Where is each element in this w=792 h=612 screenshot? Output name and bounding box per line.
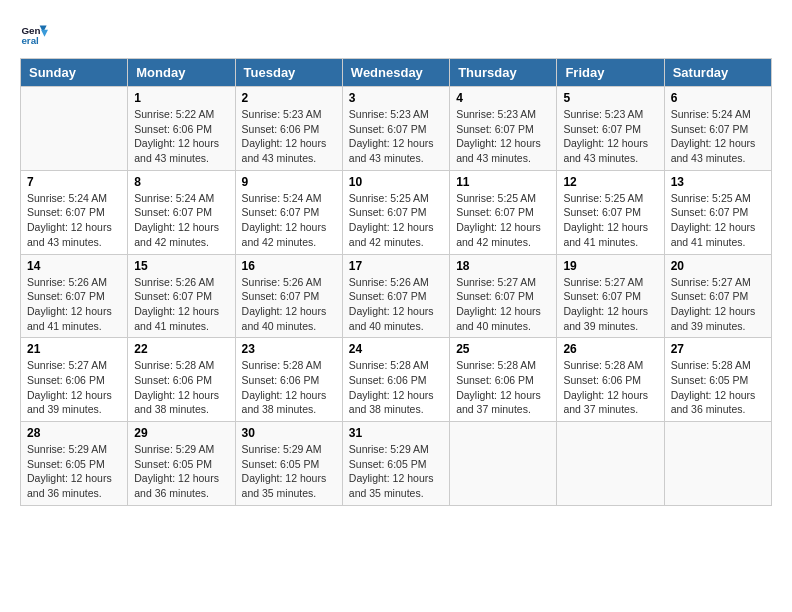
- calendar-table: SundayMondayTuesdayWednesdayThursdayFrid…: [20, 58, 772, 506]
- svg-text:eral: eral: [21, 35, 39, 46]
- day-info: Sunrise: 5:27 AM Sunset: 6:07 PM Dayligh…: [456, 275, 550, 334]
- day-number: 3: [349, 91, 443, 105]
- day-number: 18: [456, 259, 550, 273]
- logo-icon: Gen eral: [20, 20, 48, 48]
- calendar-cell: 28Sunrise: 5:29 AM Sunset: 6:05 PM Dayli…: [21, 422, 128, 506]
- calendar-cell: 6Sunrise: 5:24 AM Sunset: 6:07 PM Daylig…: [664, 87, 771, 171]
- calendar-cell: 11Sunrise: 5:25 AM Sunset: 6:07 PM Dayli…: [450, 170, 557, 254]
- calendar-cell: 26Sunrise: 5:28 AM Sunset: 6:06 PM Dayli…: [557, 338, 664, 422]
- header-saturday: Saturday: [664, 59, 771, 87]
- day-number: 22: [134, 342, 228, 356]
- page-header: Gen eral: [20, 20, 772, 48]
- header-thursday: Thursday: [450, 59, 557, 87]
- calendar-cell: 10Sunrise: 5:25 AM Sunset: 6:07 PM Dayli…: [342, 170, 449, 254]
- day-info: Sunrise: 5:28 AM Sunset: 6:06 PM Dayligh…: [242, 358, 336, 417]
- day-info: Sunrise: 5:25 AM Sunset: 6:07 PM Dayligh…: [349, 191, 443, 250]
- day-number: 19: [563, 259, 657, 273]
- day-info: Sunrise: 5:24 AM Sunset: 6:07 PM Dayligh…: [134, 191, 228, 250]
- calendar-cell: 14Sunrise: 5:26 AM Sunset: 6:07 PM Dayli…: [21, 254, 128, 338]
- day-number: 29: [134, 426, 228, 440]
- week-row-4: 21Sunrise: 5:27 AM Sunset: 6:06 PM Dayli…: [21, 338, 772, 422]
- header-sunday: Sunday: [21, 59, 128, 87]
- calendar-cell: 24Sunrise: 5:28 AM Sunset: 6:06 PM Dayli…: [342, 338, 449, 422]
- calendar-cell: 8Sunrise: 5:24 AM Sunset: 6:07 PM Daylig…: [128, 170, 235, 254]
- week-row-5: 28Sunrise: 5:29 AM Sunset: 6:05 PM Dayli…: [21, 422, 772, 506]
- day-number: 28: [27, 426, 121, 440]
- day-info: Sunrise: 5:24 AM Sunset: 6:07 PM Dayligh…: [671, 107, 765, 166]
- day-number: 31: [349, 426, 443, 440]
- day-info: Sunrise: 5:28 AM Sunset: 6:06 PM Dayligh…: [134, 358, 228, 417]
- day-info: Sunrise: 5:26 AM Sunset: 6:07 PM Dayligh…: [134, 275, 228, 334]
- day-info: Sunrise: 5:25 AM Sunset: 6:07 PM Dayligh…: [456, 191, 550, 250]
- svg-marker-3: [41, 30, 48, 37]
- day-info: Sunrise: 5:26 AM Sunset: 6:07 PM Dayligh…: [27, 275, 121, 334]
- day-info: Sunrise: 5:27 AM Sunset: 6:07 PM Dayligh…: [671, 275, 765, 334]
- day-number: 12: [563, 175, 657, 189]
- calendar-cell: 12Sunrise: 5:25 AM Sunset: 6:07 PM Dayli…: [557, 170, 664, 254]
- calendar-cell: 29Sunrise: 5:29 AM Sunset: 6:05 PM Dayli…: [128, 422, 235, 506]
- day-number: 5: [563, 91, 657, 105]
- day-info: Sunrise: 5:24 AM Sunset: 6:07 PM Dayligh…: [242, 191, 336, 250]
- day-info: Sunrise: 5:23 AM Sunset: 6:07 PM Dayligh…: [349, 107, 443, 166]
- day-info: Sunrise: 5:28 AM Sunset: 6:06 PM Dayligh…: [349, 358, 443, 417]
- calendar-cell: 9Sunrise: 5:24 AM Sunset: 6:07 PM Daylig…: [235, 170, 342, 254]
- day-info: Sunrise: 5:28 AM Sunset: 6:06 PM Dayligh…: [563, 358, 657, 417]
- calendar-cell: 2Sunrise: 5:23 AM Sunset: 6:06 PM Daylig…: [235, 87, 342, 171]
- day-number: 10: [349, 175, 443, 189]
- day-number: 1: [134, 91, 228, 105]
- day-info: Sunrise: 5:26 AM Sunset: 6:07 PM Dayligh…: [349, 275, 443, 334]
- day-number: 8: [134, 175, 228, 189]
- day-info: Sunrise: 5:23 AM Sunset: 6:07 PM Dayligh…: [563, 107, 657, 166]
- day-number: 6: [671, 91, 765, 105]
- week-row-2: 7Sunrise: 5:24 AM Sunset: 6:07 PM Daylig…: [21, 170, 772, 254]
- day-info: Sunrise: 5:23 AM Sunset: 6:06 PM Dayligh…: [242, 107, 336, 166]
- calendar-cell: 16Sunrise: 5:26 AM Sunset: 6:07 PM Dayli…: [235, 254, 342, 338]
- day-info: Sunrise: 5:25 AM Sunset: 6:07 PM Dayligh…: [671, 191, 765, 250]
- day-number: 11: [456, 175, 550, 189]
- week-row-3: 14Sunrise: 5:26 AM Sunset: 6:07 PM Dayli…: [21, 254, 772, 338]
- day-info: Sunrise: 5:22 AM Sunset: 6:06 PM Dayligh…: [134, 107, 228, 166]
- day-number: 26: [563, 342, 657, 356]
- calendar-cell: 27Sunrise: 5:28 AM Sunset: 6:05 PM Dayli…: [664, 338, 771, 422]
- day-number: 30: [242, 426, 336, 440]
- header-row: SundayMondayTuesdayWednesdayThursdayFrid…: [21, 59, 772, 87]
- header-wednesday: Wednesday: [342, 59, 449, 87]
- calendar-cell: 1Sunrise: 5:22 AM Sunset: 6:06 PM Daylig…: [128, 87, 235, 171]
- calendar-cell: [557, 422, 664, 506]
- calendar-cell: 13Sunrise: 5:25 AM Sunset: 6:07 PM Dayli…: [664, 170, 771, 254]
- day-info: Sunrise: 5:27 AM Sunset: 6:06 PM Dayligh…: [27, 358, 121, 417]
- day-info: Sunrise: 5:29 AM Sunset: 6:05 PM Dayligh…: [134, 442, 228, 501]
- calendar-cell: 30Sunrise: 5:29 AM Sunset: 6:05 PM Dayli…: [235, 422, 342, 506]
- calendar-cell: [21, 87, 128, 171]
- calendar-cell: 18Sunrise: 5:27 AM Sunset: 6:07 PM Dayli…: [450, 254, 557, 338]
- calendar-cell: 17Sunrise: 5:26 AM Sunset: 6:07 PM Dayli…: [342, 254, 449, 338]
- day-number: 15: [134, 259, 228, 273]
- day-number: 25: [456, 342, 550, 356]
- calendar-cell: 20Sunrise: 5:27 AM Sunset: 6:07 PM Dayli…: [664, 254, 771, 338]
- calendar-cell: [664, 422, 771, 506]
- calendar-cell: 21Sunrise: 5:27 AM Sunset: 6:06 PM Dayli…: [21, 338, 128, 422]
- logo: Gen eral: [20, 20, 52, 48]
- day-number: 21: [27, 342, 121, 356]
- week-row-1: 1Sunrise: 5:22 AM Sunset: 6:06 PM Daylig…: [21, 87, 772, 171]
- day-number: 14: [27, 259, 121, 273]
- calendar-cell: 23Sunrise: 5:28 AM Sunset: 6:06 PM Dayli…: [235, 338, 342, 422]
- day-number: 27: [671, 342, 765, 356]
- calendar-cell: 31Sunrise: 5:29 AM Sunset: 6:05 PM Dayli…: [342, 422, 449, 506]
- day-info: Sunrise: 5:29 AM Sunset: 6:05 PM Dayligh…: [27, 442, 121, 501]
- day-info: Sunrise: 5:29 AM Sunset: 6:05 PM Dayligh…: [242, 442, 336, 501]
- day-number: 16: [242, 259, 336, 273]
- day-number: 7: [27, 175, 121, 189]
- day-info: Sunrise: 5:24 AM Sunset: 6:07 PM Dayligh…: [27, 191, 121, 250]
- calendar-cell: 15Sunrise: 5:26 AM Sunset: 6:07 PM Dayli…: [128, 254, 235, 338]
- day-number: 9: [242, 175, 336, 189]
- day-info: Sunrise: 5:26 AM Sunset: 6:07 PM Dayligh…: [242, 275, 336, 334]
- day-info: Sunrise: 5:25 AM Sunset: 6:07 PM Dayligh…: [563, 191, 657, 250]
- day-info: Sunrise: 5:27 AM Sunset: 6:07 PM Dayligh…: [563, 275, 657, 334]
- calendar-cell: [450, 422, 557, 506]
- calendar-cell: 3Sunrise: 5:23 AM Sunset: 6:07 PM Daylig…: [342, 87, 449, 171]
- day-number: 2: [242, 91, 336, 105]
- calendar-cell: 5Sunrise: 5:23 AM Sunset: 6:07 PM Daylig…: [557, 87, 664, 171]
- day-number: 13: [671, 175, 765, 189]
- day-number: 4: [456, 91, 550, 105]
